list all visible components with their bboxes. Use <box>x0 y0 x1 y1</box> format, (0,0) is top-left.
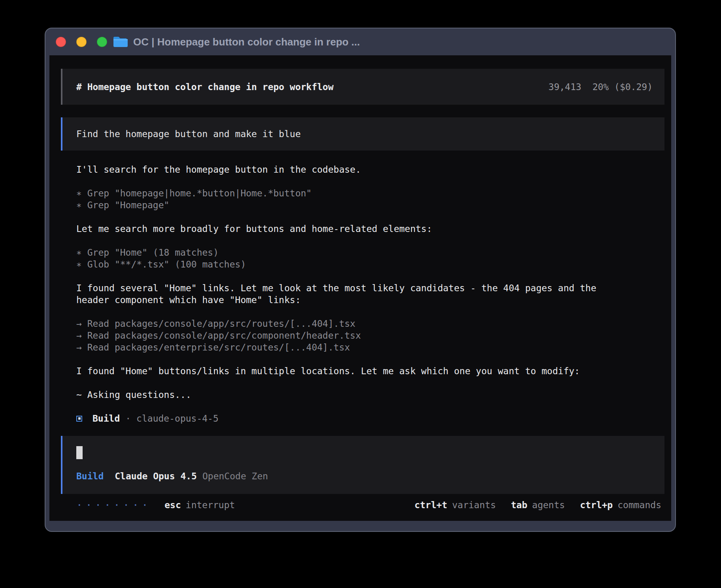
session-header: # Homepage button color change in repo w… <box>61 69 664 105</box>
hint-key: esc <box>164 499 181 511</box>
tool-call-grep: ∗ Grep "Homepage" <box>76 199 625 211</box>
hint-label: variants <box>452 499 496 511</box>
tool-call-read: → Read packages/console/app/src/routes/[… <box>76 318 625 330</box>
conversation: I'll search for the homepage button in t… <box>61 164 664 424</box>
hint-commands: ctrl+p commands <box>580 499 661 511</box>
prompt-input[interactable]: Build Claude Opus 4.5 OpenCode Zen <box>61 436 664 494</box>
working-status: ~ Asking questions... <box>76 389 625 401</box>
mode-name: Build <box>76 470 104 482</box>
window-titlebar[interactable]: OC | Homepage button color change in rep… <box>45 28 675 55</box>
context-cost: 20% ($0.29) <box>593 81 653 93</box>
user-message-text: Find the homepage button and make it blu… <box>76 128 301 140</box>
window-title: OC | Homepage button color change in rep… <box>133 36 360 48</box>
agent-status-line: Build · claude-opus-4-5 <box>76 413 625 424</box>
status-right: ctrl+t variants tab agents ctrl+p comman… <box>415 499 661 511</box>
terminal-content: # Homepage button color change in repo w… <box>49 55 671 521</box>
session-title: # Homepage button color change in repo w… <box>76 81 334 93</box>
token-count: 39,413 <box>549 81 581 93</box>
input-mode-line: Build Claude Opus 4.5 OpenCode Zen <box>76 470 653 482</box>
status-bar: ········ esc interrupt ctrl+t variants t… <box>61 499 664 511</box>
agent-model: claude-opus-4-5 <box>136 413 219 424</box>
agent-separator: · <box>125 413 131 424</box>
title-group: OC | Homepage button color change in rep… <box>113 36 360 48</box>
hint-interrupt: esc interrupt <box>164 499 235 511</box>
hint-agents: tab agents <box>511 499 565 511</box>
model-name: Claude Opus 4.5 <box>115 470 197 482</box>
assistant-paragraph: I'll search for the homepage button in t… <box>76 164 625 175</box>
tool-call-grep: ∗ Grep "Home" (18 matches) <box>76 247 625 258</box>
spinner-dots-icon: ········ <box>76 499 151 511</box>
agent-name: Build <box>92 413 120 424</box>
assistant-paragraph: I found "Home" buttons/links in multiple… <box>76 365 625 377</box>
hint-key: ctrl+p <box>580 499 613 511</box>
tool-call-read: → Read packages/enterprise/src/routes/[.… <box>76 341 625 353</box>
status-left: ········ esc interrupt <box>76 499 235 511</box>
assistant-paragraph: Let me search more broadly for buttons a… <box>76 223 625 235</box>
minimize-button[interactable] <box>76 37 87 47</box>
tool-call-read: → Read packages/console/app/src/componen… <box>76 330 625 341</box>
hint-label: agents <box>532 499 565 511</box>
tool-call-group: ∗ Grep "homepage|home.*button|Home.*butt… <box>76 187 625 211</box>
agent-build-icon <box>76 416 82 422</box>
text-cursor <box>76 446 83 459</box>
hint-key: tab <box>511 499 527 511</box>
hint-label: commands <box>617 499 661 511</box>
close-button[interactable] <box>56 37 66 47</box>
tool-call-group: → Read packages/console/app/src/routes/[… <box>76 318 625 353</box>
zoom-button[interactable] <box>97 37 107 47</box>
terminal-window: OC | Homepage button color change in rep… <box>45 28 676 532</box>
tool-call-glob: ∗ Glob "**/*.tsx" (100 matches) <box>76 258 625 270</box>
traffic-lights <box>56 37 107 47</box>
session-stats: 39,413 20% ($0.29) <box>549 81 653 93</box>
tool-call-group: ∗ Grep "Home" (18 matches) ∗ Glob "**/*.… <box>76 247 625 270</box>
tool-call-grep: ∗ Grep "homepage|home.*button|Home.*butt… <box>76 187 625 199</box>
assistant-paragraph: I found several "Home" links. Let me loo… <box>76 282 625 306</box>
hint-label: interrupt <box>186 499 235 511</box>
hint-key: ctrl+t <box>415 499 447 511</box>
hint-variants: ctrl+t variants <box>415 499 496 511</box>
user-message: Find the homepage button and make it blu… <box>61 117 664 151</box>
provider-name: OpenCode Zen <box>202 470 268 482</box>
folder-icon <box>113 36 128 48</box>
